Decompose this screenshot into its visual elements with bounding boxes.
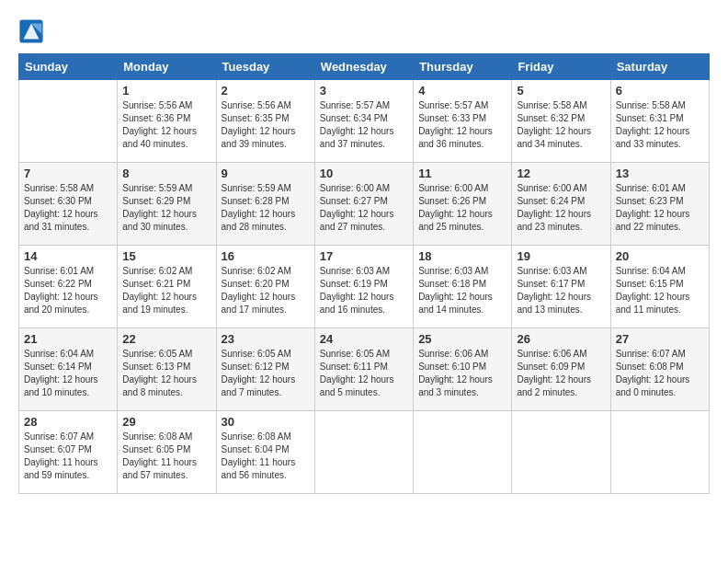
calendar-cell: 21Sunrise: 6:04 AM Sunset: 6:14 PM Dayli… (19, 328, 118, 411)
calendar-cell: 11Sunrise: 6:00 AM Sunset: 6:26 PM Dayli… (414, 163, 512, 246)
day-number: 29 (122, 415, 210, 429)
calendar-cell (19, 80, 118, 163)
calendar-cell: 5Sunrise: 5:58 AM Sunset: 6:32 PM Daylig… (512, 80, 610, 163)
day-info: Sunrise: 6:02 AM Sunset: 6:21 PM Dayligh… (122, 265, 210, 316)
calendar-cell: 16Sunrise: 6:02 AM Sunset: 6:20 PM Dayli… (216, 246, 314, 328)
day-number: 20 (616, 249, 704, 263)
day-number: 25 (418, 332, 506, 346)
day-info: Sunrise: 5:56 AM Sunset: 6:35 PM Dayligh… (222, 99, 310, 151)
calendar-cell (512, 411, 610, 494)
calendar-cell: 12Sunrise: 6:00 AM Sunset: 6:24 PM Dayli… (512, 163, 610, 246)
day-info: Sunrise: 6:01 AM Sunset: 6:23 PM Dayligh… (616, 182, 704, 234)
day-number: 27 (616, 332, 704, 346)
day-info: Sunrise: 6:07 AM Sunset: 6:07 PM Dayligh… (24, 431, 112, 482)
calendar-cell: 25Sunrise: 6:06 AM Sunset: 6:10 PM Dayli… (414, 328, 512, 411)
calendar-cell: 6Sunrise: 5:58 AM Sunset: 6:31 PM Daylig… (610, 80, 709, 163)
day-number: 13 (616, 167, 704, 180)
day-info: Sunrise: 6:02 AM Sunset: 6:20 PM Dayligh… (222, 265, 310, 316)
day-info: Sunrise: 5:56 AM Sunset: 6:36 PM Dayligh… (122, 99, 210, 151)
calendar-cell: 28Sunrise: 6:07 AM Sunset: 6:07 PM Dayli… (19, 411, 118, 494)
calendar-cell: 24Sunrise: 6:05 AM Sunset: 6:11 PM Dayli… (314, 328, 413, 411)
calendar-cell: 26Sunrise: 6:06 AM Sunset: 6:09 PM Dayli… (512, 328, 610, 411)
calendar-header-row: SundayMondayTuesdayWednesdayThursdayFrid… (19, 54, 710, 80)
day-number: 8 (122, 167, 210, 180)
day-info: Sunrise: 6:05 AM Sunset: 6:11 PM Dayligh… (320, 348, 408, 399)
calendar-cell: 19Sunrise: 6:03 AM Sunset: 6:17 PM Dayli… (512, 246, 610, 328)
calendar-day-header: Thursday (414, 54, 512, 80)
day-number: 23 (222, 332, 310, 346)
calendar-day-header: Sunday (19, 54, 118, 80)
calendar-cell: 27Sunrise: 6:07 AM Sunset: 6:08 PM Dayli… (610, 328, 709, 411)
day-info: Sunrise: 5:59 AM Sunset: 6:29 PM Dayligh… (122, 182, 210, 234)
calendar-day-header: Wednesday (314, 54, 413, 80)
calendar-week-row: 28Sunrise: 6:07 AM Sunset: 6:07 PM Dayli… (19, 411, 710, 494)
calendar-week-row: 1Sunrise: 5:56 AM Sunset: 6:36 PM Daylig… (19, 80, 710, 163)
day-number: 22 (122, 332, 210, 346)
day-number: 10 (320, 167, 408, 180)
day-number: 14 (24, 249, 112, 263)
calendar-cell: 13Sunrise: 6:01 AM Sunset: 6:23 PM Dayli… (610, 163, 709, 246)
calendar-week-row: 7Sunrise: 5:58 AM Sunset: 6:30 PM Daylig… (19, 163, 710, 246)
day-info: Sunrise: 6:05 AM Sunset: 6:13 PM Dayligh… (122, 348, 210, 399)
day-number: 21 (24, 332, 112, 346)
logo (18, 18, 46, 44)
day-info: Sunrise: 5:59 AM Sunset: 6:28 PM Dayligh… (222, 182, 310, 234)
calendar-cell: 8Sunrise: 5:59 AM Sunset: 6:29 PM Daylig… (118, 163, 216, 246)
day-info: Sunrise: 6:08 AM Sunset: 6:04 PM Dayligh… (222, 431, 310, 482)
day-number: 6 (616, 84, 704, 98)
day-number: 12 (517, 167, 605, 180)
day-info: Sunrise: 5:57 AM Sunset: 6:34 PM Dayligh… (320, 99, 408, 151)
day-info: Sunrise: 6:00 AM Sunset: 6:26 PM Dayligh… (418, 182, 506, 234)
day-number: 18 (418, 249, 506, 263)
day-number: 30 (222, 415, 310, 429)
calendar-cell (414, 411, 512, 494)
calendar-day-header: Tuesday (216, 54, 314, 80)
day-info: Sunrise: 6:03 AM Sunset: 6:19 PM Dayligh… (320, 265, 408, 316)
calendar-cell: 15Sunrise: 6:02 AM Sunset: 6:21 PM Dayli… (118, 246, 216, 328)
calendar-day-header: Saturday (610, 54, 709, 80)
day-info: Sunrise: 6:03 AM Sunset: 6:18 PM Dayligh… (418, 265, 506, 316)
calendar-table: SundayMondayTuesdayWednesdayThursdayFrid… (18, 53, 710, 494)
calendar-cell (314, 411, 413, 494)
day-number: 3 (320, 84, 408, 98)
calendar-cell: 14Sunrise: 6:01 AM Sunset: 6:22 PM Dayli… (19, 246, 118, 328)
day-number: 28 (24, 415, 112, 429)
calendar-cell: 10Sunrise: 6:00 AM Sunset: 6:27 PM Dayli… (314, 163, 413, 246)
calendar-cell: 23Sunrise: 6:05 AM Sunset: 6:12 PM Dayli… (216, 328, 314, 411)
day-number: 9 (222, 167, 310, 180)
calendar-cell: 2Sunrise: 5:56 AM Sunset: 6:35 PM Daylig… (216, 80, 314, 163)
day-number: 7 (24, 167, 112, 180)
day-number: 26 (517, 332, 605, 346)
calendar-day-header: Friday (512, 54, 610, 80)
calendar-cell: 29Sunrise: 6:08 AM Sunset: 6:05 PM Dayli… (118, 411, 216, 494)
calendar-cell: 3Sunrise: 5:57 AM Sunset: 6:34 PM Daylig… (314, 80, 413, 163)
day-number: 2 (222, 84, 310, 98)
day-info: Sunrise: 6:04 AM Sunset: 6:14 PM Dayligh… (24, 348, 112, 399)
day-info: Sunrise: 6:08 AM Sunset: 6:05 PM Dayligh… (122, 431, 210, 482)
calendar-cell: 7Sunrise: 5:58 AM Sunset: 6:30 PM Daylig… (19, 163, 118, 246)
day-number: 24 (320, 332, 408, 346)
calendar-week-row: 14Sunrise: 6:01 AM Sunset: 6:22 PM Dayli… (19, 246, 710, 328)
day-number: 19 (517, 249, 605, 263)
calendar-cell: 4Sunrise: 5:57 AM Sunset: 6:33 PM Daylig… (414, 80, 512, 163)
day-info: Sunrise: 6:05 AM Sunset: 6:12 PM Dayligh… (222, 348, 310, 399)
day-info: Sunrise: 5:58 AM Sunset: 6:31 PM Dayligh… (616, 99, 704, 151)
day-number: 4 (418, 84, 506, 98)
day-number: 1 (122, 84, 210, 98)
day-number: 5 (517, 84, 605, 98)
day-info: Sunrise: 6:00 AM Sunset: 6:24 PM Dayligh… (517, 182, 605, 234)
day-number: 16 (222, 249, 310, 263)
day-number: 17 (320, 249, 408, 263)
day-number: 11 (418, 167, 506, 180)
page-header (18, 18, 710, 44)
calendar-cell: 30Sunrise: 6:08 AM Sunset: 6:04 PM Dayli… (216, 411, 314, 494)
day-info: Sunrise: 6:00 AM Sunset: 6:27 PM Dayligh… (320, 182, 408, 234)
logo-icon (18, 18, 44, 44)
day-info: Sunrise: 6:01 AM Sunset: 6:22 PM Dayligh… (24, 265, 112, 316)
day-info: Sunrise: 5:57 AM Sunset: 6:33 PM Dayligh… (418, 99, 506, 151)
day-info: Sunrise: 6:06 AM Sunset: 6:10 PM Dayligh… (418, 348, 506, 399)
calendar-cell (610, 411, 709, 494)
calendar-cell: 20Sunrise: 6:04 AM Sunset: 6:15 PM Dayli… (610, 246, 709, 328)
day-info: Sunrise: 6:03 AM Sunset: 6:17 PM Dayligh… (517, 265, 605, 316)
day-number: 15 (122, 249, 210, 263)
